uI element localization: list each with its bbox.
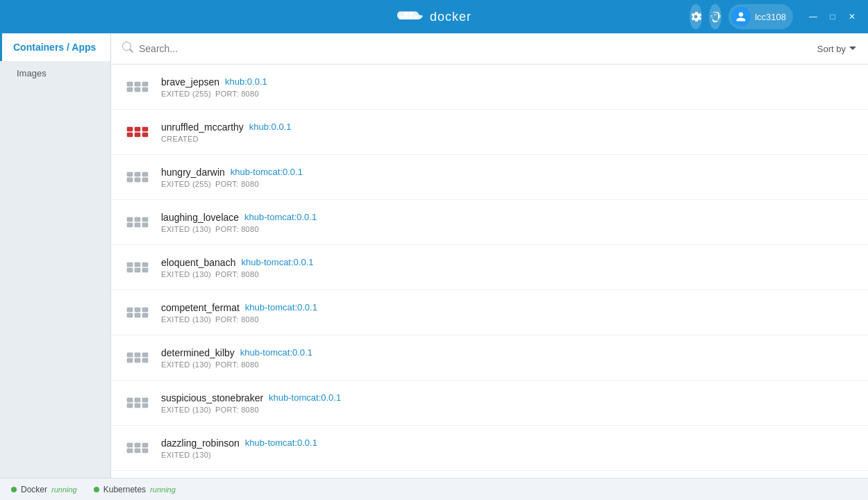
svg-rect-27 [127, 223, 133, 227]
table-row[interactable]: dazzling_robinson khub-tomcat:0.0.1 EXIT… [111, 426, 868, 471]
container-image-link[interactable]: khub-tomcat:0.0.1 [240, 347, 312, 358]
settings-button[interactable] [690, 4, 702, 29]
kubernetes-status-running: running [150, 485, 176, 494]
user-avatar [731, 7, 751, 26]
container-port: PORT: 8080 [215, 315, 259, 324]
svg-rect-12 [127, 127, 133, 131]
table-row[interactable]: laughing_lovelace khub-tomcat:0.0.1 EXIT… [111, 200, 868, 245]
container-info: unruffled_mccarthy khub:0.0.1 CREATED [161, 122, 854, 143]
person-icon [735, 11, 746, 22]
docker-status-label: Docker [21, 485, 47, 494]
minimize-button[interactable]: — [806, 9, 821, 24]
container-icon [125, 345, 150, 370]
table-row[interactable]: unruffled_mccarthy khub:0.0.1 CREATED [111, 110, 868, 155]
main-layout: Containers / Apps Images Sort by [0, 33, 868, 478]
svg-rect-45 [127, 358, 133, 362]
container-image-link[interactable]: khub-tomcat:0.0.1 [244, 212, 317, 222]
container-image-link[interactable]: khub-tomcat:0.0.1 [269, 392, 341, 403]
svg-rect-44 [142, 353, 148, 357]
container-icon [125, 390, 150, 415]
container-exit-status: EXITED (130) [161, 315, 211, 324]
docker-whale-icon [397, 6, 426, 27]
container-name-text: hungry_darwin [161, 167, 225, 178]
svg-rect-20 [142, 172, 148, 176]
notifications-button[interactable] [709, 4, 721, 29]
maximize-button[interactable]: □ [825, 9, 840, 24]
container-image-link[interactable]: khub:0.0.1 [225, 76, 267, 87]
table-row[interactable]: brave_jepsen khub:0.0.1 EXITED (255)PORT… [111, 65, 868, 110]
search-icon [122, 42, 133, 56]
content-area: Sort by brave_jepsen khub:0.0.1 EXITED (… [111, 33, 868, 478]
container-exit-status: EXITED (255) [161, 90, 211, 98]
svg-rect-26 [142, 217, 148, 222]
container-image-link[interactable]: khub-tomcat:0.0.1 [241, 257, 313, 267]
container-port: PORT: 8080 [215, 90, 259, 98]
container-port: PORT: 8080 [215, 225, 259, 233]
container-icon [125, 210, 150, 235]
container-port: PORT: 8080 [215, 406, 259, 414]
table-row[interactable]: competent_fermat khub-tomcat:0.0.1 EXITE… [111, 290, 868, 335]
container-name-row: eloquent_banach khub-tomcat:0.0.1 [161, 257, 854, 268]
container-info: suspicious_stonebraker khub-tomcat:0.0.1… [161, 392, 854, 414]
window-controls: — □ ✕ [806, 9, 860, 24]
svg-rect-39 [127, 313, 133, 317]
table-row[interactable]: determined_kilby khub-tomcat:0.0.1 EXITE… [111, 335, 868, 381]
svg-rect-16 [135, 133, 140, 137]
table-row[interactable]: eloquent_banach khub-tomcat:0.0.1 EXITED… [111, 245, 868, 290]
svg-rect-34 [135, 268, 140, 272]
svg-rect-11 [142, 88, 148, 92]
svg-rect-55 [135, 443, 140, 447]
svg-rect-33 [127, 268, 133, 272]
container-status-text: EXITED (130) [161, 451, 854, 459]
container-exit-status: EXITED (130) [161, 225, 211, 233]
container-image-link[interactable]: khub-tomcat:0.0.1 [245, 438, 317, 448]
container-port: PORT: 8080 [215, 360, 259, 369]
container-name-row: hungry_darwin khub-tomcat:0.0.1 [161, 167, 854, 178]
table-row[interactable]: suspicious_stonebraker khub-tomcat:0.0.1… [111, 381, 868, 426]
svg-rect-17 [142, 133, 148, 137]
svg-rect-18 [127, 172, 133, 176]
svg-rect-28 [135, 223, 140, 227]
svg-rect-47 [142, 358, 148, 362]
svg-rect-10 [135, 88, 140, 92]
container-image-link[interactable]: khub:0.0.1 [249, 122, 292, 132]
container-icon [125, 300, 150, 325]
docker-status: Docker running [11, 485, 77, 494]
close-button[interactable]: ✕ [844, 9, 860, 24]
container-status-text: EXITED (130)PORT: 8080 [161, 225, 854, 233]
svg-rect-56 [142, 443, 148, 447]
user-menu-button[interactable]: lcc3108 [728, 4, 793, 29]
svg-rect-30 [127, 262, 133, 267]
sort-by-button[interactable]: Sort by [817, 44, 857, 54]
svg-rect-51 [127, 403, 133, 408]
container-name-row: unruffled_mccarthy khub:0.0.1 [161, 122, 854, 133]
table-row[interactable]: hungry_darwin khub-tomcat:0.0.1 EXITED (… [111, 155, 868, 200]
svg-rect-57 [127, 449, 133, 453]
sort-by-label: Sort by [817, 44, 846, 54]
container-image-link[interactable]: khub-tomcat:0.0.1 [231, 167, 303, 177]
status-bar: Docker running Kubernetes running [0, 478, 868, 500]
docker-status-dot [11, 487, 17, 492]
svg-rect-38 [142, 308, 148, 312]
search-input[interactable] [139, 43, 817, 54]
container-name-row: brave_jepsen khub:0.0.1 [161, 76, 854, 88]
container-exit-status: EXITED (130) [161, 360, 211, 369]
container-name-text: competent_fermat [161, 302, 240, 313]
container-status-text: EXITED (130)PORT: 8080 [161, 270, 854, 278]
sidebar-item-images[interactable]: Images [0, 61, 110, 85]
bug-icon [709, 10, 721, 23]
container-info: laughing_lovelace khub-tomcat:0.0.1 EXIT… [161, 212, 854, 233]
svg-rect-24 [127, 217, 133, 222]
container-image-link[interactable]: khub-tomcat:0.0.1 [245, 302, 317, 312]
container-port: PORT: 8080 [215, 270, 259, 278]
container-status-text: EXITED (130)PORT: 8080 [161, 406, 854, 414]
sidebar-item-containers[interactable]: Containers / Apps [0, 33, 110, 61]
container-exit-status: EXITED (130) [161, 270, 211, 278]
container-name-row: suspicious_stonebraker khub-tomcat:0.0.1 [161, 392, 854, 403]
container-icon [125, 74, 150, 99]
user-name: lcc3108 [755, 12, 786, 22]
container-status-text: CREATED [161, 135, 854, 143]
svg-rect-35 [142, 268, 148, 272]
container-info: competent_fermat khub-tomcat:0.0.1 EXITE… [161, 302, 854, 324]
container-status-text: EXITED (255)PORT: 8080 [161, 90, 854, 98]
